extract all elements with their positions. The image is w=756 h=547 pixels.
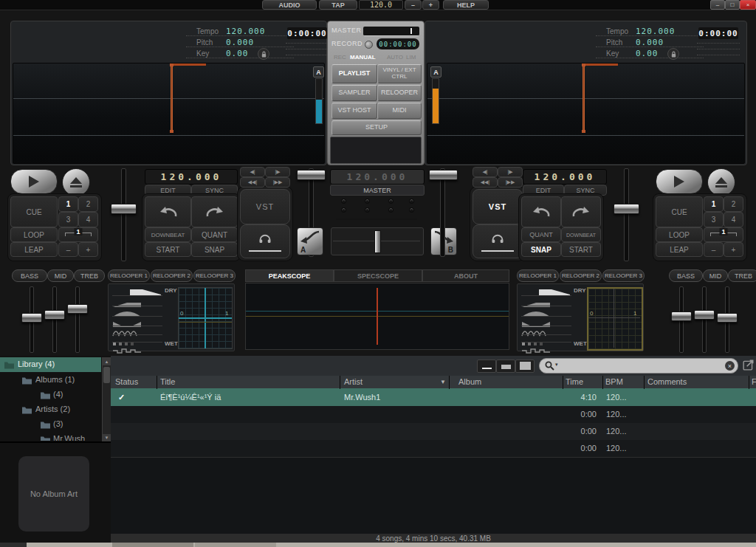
manual-mode-label[interactable]: MANUAL	[350, 54, 376, 61]
eq-mid-slider-track[interactable]	[52, 286, 57, 353]
deck-a-leap-button[interactable]: LEAP	[10, 242, 58, 257]
deck-a-relooper-tab-2[interactable]: RELOOPER 2	[151, 269, 193, 282]
deck-b-leap-button[interactable]: LEAP	[656, 242, 703, 257]
deck-b-leap-minus[interactable]: –	[704, 242, 724, 257]
specscope-tab[interactable]: SPECSCOPE	[334, 269, 422, 282]
view-small-button[interactable]	[477, 359, 496, 373]
channel-a-fader-knob[interactable]	[297, 170, 326, 180]
deck-a-undo-button[interactable]	[145, 196, 191, 227]
search-dropdown-icon[interactable]: ▾	[555, 362, 558, 368]
deck-b-loop-length-display[interactable]: 1	[704, 227, 743, 242]
column-header-clipped[interactable]: F	[752, 377, 756, 386]
tree-item-album-4[interactable]: (4)	[0, 388, 101, 402]
column-header-time[interactable]: Time	[566, 377, 583, 386]
eq-mid-slider-knob[interactable]	[44, 310, 65, 320]
deck-a-relooper-tab-1[interactable]: RELOOPER 1	[108, 269, 150, 282]
tree-item-library[interactable]: Library (4)	[0, 357, 101, 372]
deck-a-xy-pad[interactable]: 0 1	[178, 287, 233, 349]
deck-b-eq-bass-button[interactable]: BASS	[669, 269, 703, 282]
deck-b-redo-button[interactable]	[561, 196, 601, 227]
close-button[interactable]: ×	[740, 0, 756, 10]
deck-b-snap-button[interactable]: SNAP	[521, 242, 561, 257]
loop-shape-steps[interactable]	[112, 343, 142, 357]
master-volume-handle[interactable]	[410, 28, 412, 34]
nudge-back-button[interactable]: ◀|	[472, 167, 498, 177]
setup-button[interactable]: SETUP	[331, 120, 422, 135]
table-row[interactable]: 0:00 120...	[111, 440, 756, 458]
audio-button[interactable]: AUDIO	[262, 0, 317, 10]
deck-b-leap-plus[interactable]: +	[724, 242, 743, 257]
deck-b-xy-pad[interactable]: 0 1	[587, 287, 643, 351]
loop-shape-steps[interactable]	[521, 343, 551, 357]
deck-a-relooper-tab-3[interactable]: RELOOPER 3	[193, 269, 236, 282]
eq-bass-slider-knob[interactable]	[21, 313, 42, 323]
deck-a-redo-button[interactable]	[191, 196, 238, 227]
deck-a-snap-button[interactable]: SNAP	[191, 242, 238, 257]
maximize-button[interactable]: □	[725, 0, 740, 10]
nudge-back-button[interactable]: ◀|	[240, 167, 265, 177]
table-row[interactable]: ✓ Éí¶È¹ú¼Ê¹«¹Ý iä Mr.Wush1 4:10 120...	[111, 389, 756, 407]
deck-b-eq-mid-button[interactable]: MID	[703, 269, 728, 282]
deck-a-start-button[interactable]: START	[145, 242, 191, 257]
about-tab[interactable]: ABOUT	[422, 269, 509, 282]
deck-b-hotcue-2[interactable]: 2	[724, 196, 743, 212]
deck-a-leap-minus[interactable]: –	[58, 242, 78, 257]
deck-a-leap-plus[interactable]: +	[78, 242, 98, 257]
tree-item-artist-3[interactable]: (3)	[0, 417, 101, 432]
channel-b-fader-track[interactable]	[440, 168, 445, 257]
deck-b-hotcue-3[interactable]: 3	[704, 212, 724, 227]
deck-b-relooper-tab-2[interactable]: RELOOPER 2	[560, 269, 602, 282]
taskbar-app-button[interactable]	[195, 543, 276, 547]
column-header-artist[interactable]: Artist	[344, 377, 362, 386]
peakscope-tab[interactable]: PEAKSCOPE	[245, 269, 334, 282]
auto-mode-label[interactable]: AUTO	[387, 54, 403, 61]
deck-b-play-button[interactable]	[656, 169, 703, 194]
eq-mid-slider-track[interactable]	[702, 286, 707, 353]
minimize-button[interactable]: –	[710, 0, 725, 10]
deck-a-eq-treb-button[interactable]: TREB	[74, 269, 105, 282]
deck-a-hotcue-3[interactable]: 3	[58, 212, 78, 227]
master-volume-slider[interactable]	[363, 27, 419, 36]
scroll-thumb[interactable]	[103, 367, 110, 383]
search-clear-icon[interactable]: ×	[725, 361, 735, 371]
deck-b-waveform[interactable]: A	[427, 63, 745, 164]
tree-item-mrwush[interactable]: Mr.Wush	[0, 432, 101, 441]
nudge-fwd-button[interactable]: |▶	[498, 167, 523, 177]
deck-a-eq-bass-button[interactable]: BASS	[12, 269, 47, 282]
deck-b-hotcue-1[interactable]: 1	[704, 196, 724, 212]
nudge-fwd-fast-button[interactable]: |▶▶	[265, 177, 290, 188]
os-taskbar[interactable]	[0, 543, 756, 547]
deck-a-hotcue-4[interactable]: 4	[78, 212, 98, 227]
deck-a-eq-mid-button[interactable]: MID	[47, 269, 74, 282]
deck-b-cue-button[interactable]: CUE	[656, 196, 703, 227]
deck-a-hotcue-1[interactable]: 1	[58, 196, 78, 212]
deck-b-hotcue-4[interactable]: 4	[724, 212, 743, 227]
relooper-button[interactable]: RELOOPER	[377, 85, 422, 101]
view-medium-button[interactable]	[496, 359, 515, 373]
mixer-b-vst-button[interactable]: VST	[472, 189, 523, 224]
channel-b-fader-knob[interactable]	[429, 170, 458, 180]
view-large-button[interactable]	[515, 359, 535, 373]
eq-treb-slider-track[interactable]	[75, 286, 80, 353]
column-header-status[interactable]: Status	[115, 377, 138, 386]
deck-a-hotcue-2[interactable]: 2	[78, 196, 98, 212]
bpm-plus-button[interactable]: +	[422, 0, 439, 10]
eq-mid-slider-knob[interactable]	[694, 310, 715, 320]
deck-a-loop-length-display[interactable]: 1	[58, 227, 98, 242]
column-header-title[interactable]: Title	[160, 377, 175, 386]
deck-b-quant-button[interactable]: QUANT	[521, 227, 561, 242]
search-input[interactable]	[560, 359, 726, 373]
midi-button[interactable]: MIDI	[377, 103, 422, 119]
vinyl-ext-ctrl-button[interactable]: VINYL / EXT CTRL	[377, 64, 422, 83]
table-row[interactable]: 0:00 120...	[111, 406, 756, 424]
deck-b-relooper-tab-3[interactable]: RELOOPER 3	[602, 269, 645, 282]
nudge-back-fast-button[interactable]: ◀◀|	[472, 177, 498, 188]
key-lock-icon[interactable]	[667, 48, 679, 60]
table-row[interactable]: 0:00 120...	[111, 423, 756, 441]
key-lock-icon[interactable]	[258, 48, 269, 60]
crossfader-knob[interactable]	[374, 230, 381, 253]
deck-a-pitch-fader-track[interactable]	[121, 168, 126, 261]
export-playlist-icon[interactable]	[743, 359, 755, 374]
nudge-fwd-button[interactable]: |▶	[265, 167, 290, 177]
nudge-back-fast-button[interactable]: ◀◀|	[240, 177, 265, 188]
